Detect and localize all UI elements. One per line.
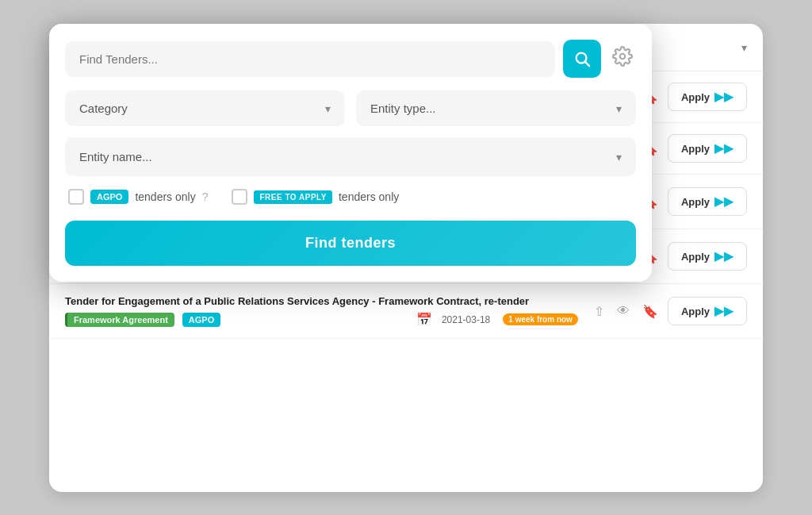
chevron-down-icon: ▾: [741, 41, 747, 54]
calendar-icon-4: 📅: [416, 312, 432, 327]
agpo-checkbox[interactable]: [68, 189, 84, 205]
help-icon[interactable]: ?: [202, 190, 209, 203]
apply-button-0[interactable]: Apply ▶▶: [668, 83, 747, 111]
apply-arrow-icon-3: ▶▶: [714, 249, 733, 263]
filters-row: Category ▾ Entity type... ▾: [65, 90, 636, 126]
entity-type-chevron-icon: ▾: [616, 102, 622, 115]
tender4-date: 2021-03-18: [442, 314, 490, 325]
svg-point-2: [620, 54, 626, 60]
bookmark-icon-btn-4[interactable]: 🔖: [639, 301, 661, 322]
tender4-agpo-badge: AGPO: [182, 313, 220, 327]
agpo-checkbox-label: tenders only: [135, 190, 195, 203]
tender4-actions: ⇧ 👁 🔖 Apply ▶▶: [591, 297, 747, 325]
apply-button-3[interactable]: Apply ▶▶: [668, 242, 747, 271]
free-checkbox-label: tenders only: [339, 190, 399, 203]
free-to-apply-badge: FREE TO APPLY: [254, 190, 331, 204]
find-tenders-button[interactable]: Find tenders: [65, 221, 636, 266]
tender4-meta: Framework Agreement AGPO 📅 2021-03-18 1 …: [65, 312, 578, 327]
entity-name-chevron-icon: ▾: [616, 151, 622, 163]
search-bar-row: [65, 40, 636, 78]
apply-arrow-icon-4: ▶▶: [714, 304, 733, 318]
agpo-badge: AGPO: [90, 190, 128, 204]
search-input[interactable]: [79, 52, 541, 66]
agpo-checkbox-group: AGPO tenders only ?: [68, 189, 208, 205]
apply-button-1[interactable]: Apply ▶▶: [668, 134, 747, 163]
svg-line-1: [585, 62, 589, 66]
entity-name-select[interactable]: Entity name... ▾: [65, 137, 636, 176]
checkboxes-row: AGPO tenders only ? FREE TO APPLY tender…: [65, 189, 636, 205]
apply-button-4[interactable]: Apply ▶▶: [668, 297, 747, 325]
entity-type-select[interactable]: Entity type... ▾: [356, 90, 636, 126]
apply-arrow-icon-1: ▶▶: [714, 141, 733, 156]
gear-button[interactable]: [609, 43, 636, 75]
free-to-apply-checkbox[interactable]: [232, 189, 247, 205]
search-input-wrap: [65, 41, 555, 77]
search-button[interactable]: [563, 40, 601, 78]
free-to-apply-checkbox-group: FREE TO APPLY tenders only: [232, 189, 399, 205]
tender4-left: Tender for Engagement of a Public Relati…: [65, 295, 578, 327]
tender4-days: 1 week from now: [503, 313, 578, 325]
apply-button-2[interactable]: Apply ▶▶: [668, 187, 747, 216]
search-modal: Category ▾ Entity type... ▾ Entity name.…: [49, 24, 652, 282]
tender4-badge: Framework Agreement: [65, 313, 174, 327]
tender4-title: Tender for Engagement of a Public Relati…: [65, 295, 578, 307]
eye-icon-btn-4[interactable]: 👁: [614, 301, 633, 321]
search-icon: [573, 50, 591, 67]
category-select[interactable]: Category ▾: [65, 90, 345, 126]
tender-row-4: Tender for Engagement of a Public Relati…: [49, 284, 763, 339]
category-chevron-icon: ▾: [325, 102, 331, 115]
share-icon-btn-4[interactable]: ⇧: [591, 301, 607, 322]
apply-arrow-icon: ▶▶: [714, 90, 733, 104]
gear-icon: [612, 46, 633, 67]
apply-arrow-icon-2: ▶▶: [714, 194, 733, 209]
